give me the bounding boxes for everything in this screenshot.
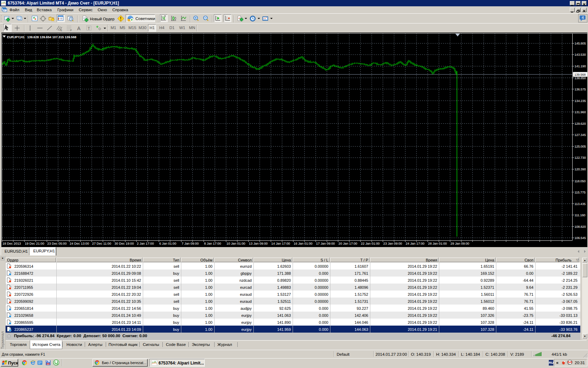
svg-text:143.530: 143.530 <box>575 53 586 56</box>
svg-text:23 Jan 09:00: 23 Jan 09:00 <box>383 242 402 245</box>
svg-text:A: A <box>77 26 81 31</box>
svg-text:127.345: 127.345 <box>575 133 586 137</box>
svg-text:27 Dec 11:00: 27 Dec 11:00 <box>92 242 111 245</box>
svg-text:131.960: 131.960 <box>575 110 586 114</box>
svg-text:136.575: 136.575 <box>575 88 586 91</box>
svg-text:7 Jan 09:00: 7 Jan 09:00 <box>182 242 199 245</box>
svg-text:139.568: 139.568 <box>574 73 586 76</box>
svg-text:24 Dec 13:00: 24 Dec 13:00 <box>70 242 89 245</box>
svg-text:111.160: 111.160 <box>575 213 586 217</box>
svg-text:115.775: 115.775 <box>575 191 586 194</box>
svg-text:F: F <box>70 29 72 32</box>
svg-text:6 Jan 01:00: 6 Jan 01:00 <box>159 242 176 245</box>
svg-text:125.005: 125.005 <box>575 145 586 148</box>
svg-text:E: E <box>61 29 62 32</box>
svg-text:14 Jan 17:00: 14 Jan 17:00 <box>271 242 290 245</box>
svg-text:10 Jan 01:00: 10 Jan 01:00 <box>226 242 245 245</box>
svg-text:129.620: 129.620 <box>575 122 586 125</box>
svg-text:24 Jan 17:00: 24 Jan 17:00 <box>406 242 425 245</box>
svg-text:8 Jan 17:00: 8 Jan 17:00 <box>204 242 221 245</box>
svg-text:22 Jan 01:00: 22 Jan 01:00 <box>361 242 380 245</box>
svg-text:120.390: 120.390 <box>575 168 586 171</box>
svg-text:29 Jan 09:00: 29 Jan 09:00 <box>450 242 469 245</box>
svg-text:134.235: 134.235 <box>575 99 586 103</box>
svg-text:108.820: 108.820 <box>575 225 586 229</box>
svg-text:30 Dec 19:00: 30 Dec 19:00 <box>114 242 134 245</box>
svg-text:16 Jan 01:00: 16 Jan 01:00 <box>294 242 313 245</box>
svg-text:19 Dec 21:00: 19 Dec 21:00 <box>25 242 44 245</box>
svg-text:13 Jan 09:00: 13 Jan 09:00 <box>249 242 268 245</box>
svg-text:18 Dec 2013: 18 Dec 2013 <box>2 242 21 245</box>
svg-text:EURJPY,H1 139.628 139.654 10: EURJPY,H1 139.628 139.654 107.315 139.56… <box>7 35 76 39</box>
svg-text:141.190: 141.190 <box>575 64 586 68</box>
svg-text:118.050: 118.050 <box>575 179 586 183</box>
svg-text:4: 4 <box>582 15 584 20</box>
svg-text:122.730: 122.730 <box>575 156 586 159</box>
svg-text:113.435: 113.435 <box>575 202 586 206</box>
svg-text:28 Jan 01:00: 28 Jan 01:00 <box>428 242 447 245</box>
svg-text:23 Dec 05:00: 23 Dec 05:00 <box>47 242 66 245</box>
svg-text:T: T <box>88 26 90 30</box>
svg-text:17 Jan 09:00: 17 Jan 09:00 <box>316 242 335 245</box>
svg-text:2 Jan 17:00: 2 Jan 17:00 <box>137 242 154 245</box>
svg-text:20 Jan 17:00: 20 Jan 17:00 <box>338 242 357 245</box>
svg-text:145.805: 145.805 <box>575 42 586 45</box>
svg-text:106.545: 106.545 <box>575 236 586 240</box>
